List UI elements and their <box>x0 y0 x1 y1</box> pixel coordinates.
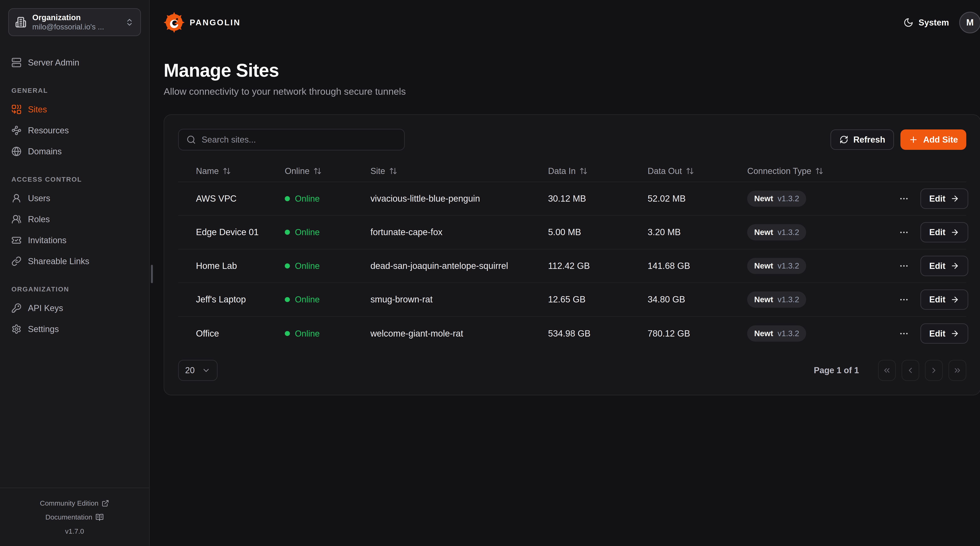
sidebar-item-users[interactable]: Users <box>8 188 141 209</box>
avatar-initial: M <box>966 18 974 28</box>
chevron-left-icon <box>906 366 915 375</box>
connection-type-badge: Newtv1.3.2 <box>747 258 806 274</box>
theme-label: System <box>919 18 949 27</box>
chevron-right-icon <box>929 366 938 375</box>
combine-icon <box>11 104 22 115</box>
edit-button[interactable]: Edit <box>920 222 968 243</box>
community-edition-link[interactable]: Community Edition <box>6 497 143 510</box>
chevrons-up-down-icon <box>125 18 134 27</box>
sidebar-item-settings[interactable]: Settings <box>8 319 141 340</box>
page-title: Manage Sites <box>164 62 980 80</box>
column-header-online[interactable]: Online <box>285 166 371 176</box>
data-in-value: 534.98 GB <box>548 329 648 339</box>
brand-logo: PANGOLIN <box>164 12 241 33</box>
data-in-value: 12.65 GB <box>548 294 648 305</box>
waypoints-icon <box>11 125 22 136</box>
last-page-button[interactable] <box>948 360 966 381</box>
chevrons-right-icon <box>953 366 962 375</box>
sidebar-item-label: API Keys <box>28 303 63 313</box>
documentation-link[interactable]: Documentation <box>6 510 143 524</box>
column-header-name[interactable]: Name <box>196 166 285 176</box>
chevrons-left-icon <box>882 366 891 375</box>
page-size-value: 20 <box>185 366 195 375</box>
sidebar-item-server-admin[interactable]: Server Admin <box>8 52 141 73</box>
sidebar-item-label: Sites <box>28 105 47 114</box>
search-input[interactable] <box>202 135 396 145</box>
sidebar-item-invitations[interactable]: Invitations <box>8 230 141 251</box>
prev-page-button[interactable] <box>902 360 920 381</box>
refresh-button[interactable]: Refresh <box>830 129 894 150</box>
org-selector-value: milo@fossorial.io's ... <box>32 22 119 32</box>
row-menu-button[interactable] <box>897 192 910 205</box>
data-out-value: 52.02 MB <box>648 193 747 204</box>
sidebar-item-resources[interactable]: Resources <box>8 120 141 141</box>
site-slug: welcome-giant-mole-rat <box>371 329 548 339</box>
row-menu-button[interactable] <box>897 260 910 272</box>
data-out-value: 780.12 GB <box>648 329 747 339</box>
sidebar-item-roles[interactable]: Roles <box>8 209 141 230</box>
column-header-data-out[interactable]: Data Out <box>648 166 747 176</box>
column-header-connection-type[interactable]: Connection Type <box>747 166 897 176</box>
edit-button[interactable]: Edit <box>920 323 968 344</box>
sidebar-item-api-keys[interactable]: API Keys <box>8 298 141 319</box>
next-page-button[interactable] <box>925 360 943 381</box>
sort-icon <box>686 167 694 175</box>
sidebar-item-label: Invitations <box>28 235 67 245</box>
column-header-site[interactable]: Site <box>371 166 548 176</box>
status-badge: Online <box>285 329 371 338</box>
sort-icon <box>815 167 823 175</box>
status-badge: Online <box>285 261 371 271</box>
version-label: v1.7.0 <box>6 524 143 538</box>
edit-button[interactable]: Edit <box>920 188 968 209</box>
row-menu-button[interactable] <box>897 226 910 239</box>
sidebar-item-domains[interactable]: Domains <box>8 141 141 162</box>
theme-toggle[interactable]: System <box>904 18 949 28</box>
page-subtitle: Allow connectivity to your network throu… <box>164 85 980 98</box>
chevron-down-icon <box>202 366 210 375</box>
sidebar-heading-access-control: ACCESS CONTROL <box>8 171 141 188</box>
edit-button[interactable]: Edit <box>920 289 968 310</box>
page-size-select[interactable]: 20 <box>178 360 218 381</box>
row-menu-button[interactable] <box>897 293 910 306</box>
table-row: AWS VPC Online vivacious-little-blue-pen… <box>178 182 966 216</box>
sidebar-item-shareable-links[interactable]: Shareable Links <box>8 251 141 271</box>
link-icon <box>11 256 22 266</box>
sort-icon <box>313 167 321 175</box>
table-row: Office Online welcome-giant-mole-rat 534… <box>178 317 966 350</box>
org-selector[interactable]: Organization milo@fossorial.io's ... <box>8 8 141 36</box>
moon-icon <box>904 18 913 28</box>
brand-name: PANGOLIN <box>190 18 241 27</box>
sidebar-item-label: Resources <box>28 126 69 135</box>
site-name: Jeff's Laptop <box>196 294 285 305</box>
sidebar-resize-handle[interactable] <box>151 265 153 283</box>
sites-table: Name Online Site Data In <box>178 161 966 350</box>
sidebar-item-sites[interactable]: Sites <box>8 99 141 120</box>
connection-type-badge: Newtv1.3.2 <box>747 191 806 207</box>
arrow-right-icon <box>950 194 959 203</box>
data-in-value: 30.12 MB <box>548 193 648 204</box>
status-badge: Online <box>285 227 371 237</box>
sidebar-heading-general: GENERAL <box>8 82 141 99</box>
row-menu-button[interactable] <box>897 327 910 340</box>
site-slug: fortunate-cape-fox <box>371 227 548 237</box>
sidebar-item-label: Server Admin <box>28 57 79 67</box>
refresh-icon <box>840 135 848 144</box>
sidebar: Organization milo@fossorial.io's ... Ser… <box>0 0 150 546</box>
connection-type-badge: Newtv1.3.2 <box>747 291 806 308</box>
search-box[interactable] <box>178 129 404 150</box>
avatar[interactable]: M <box>959 12 980 34</box>
building-icon <box>15 16 27 28</box>
data-in-value: 112.42 GB <box>548 261 648 271</box>
site-name: Office <box>196 329 285 339</box>
first-page-button[interactable] <box>878 360 896 381</box>
table-row: Edge Device 01 Online fortunate-cape-fox… <box>178 216 966 249</box>
search-icon <box>186 135 196 145</box>
site-slug: smug-brown-rat <box>371 294 548 305</box>
column-header-data-in[interactable]: Data In <box>548 166 648 176</box>
user-icon <box>11 193 22 203</box>
edit-button[interactable]: Edit <box>920 256 968 276</box>
data-out-value: 3.20 MB <box>648 227 747 237</box>
add-site-button[interactable]: Add Site <box>900 129 966 150</box>
data-in-value: 5.00 MB <box>548 227 648 237</box>
key-icon <box>11 303 22 313</box>
